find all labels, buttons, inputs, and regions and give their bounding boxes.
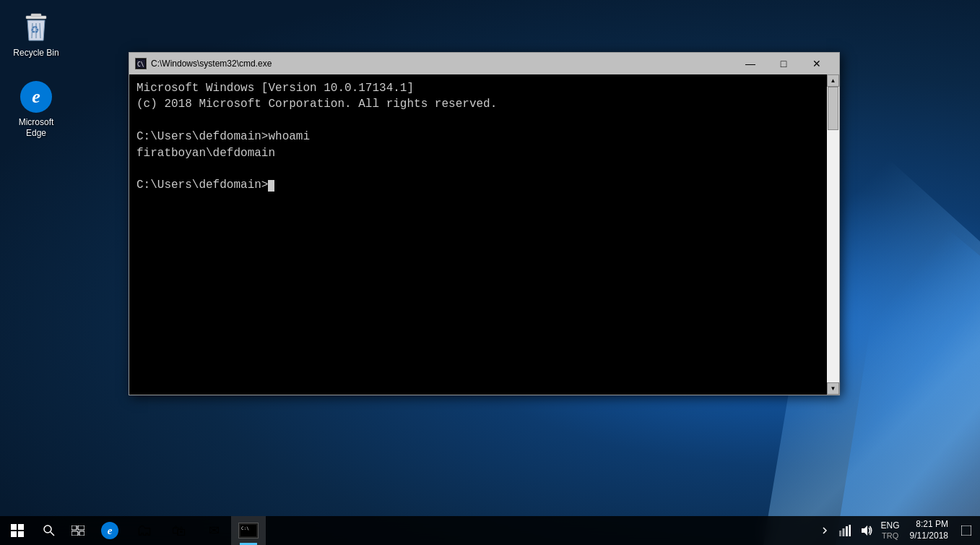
- mail-icon: ✉: [209, 523, 220, 538]
- cmd-titlebar[interactable]: C\ C:\Windows\system32\cmd.exe — □ ✕: [129, 53, 839, 74]
- cmd-icon-svg: C\: [136, 59, 145, 68]
- volume-icon[interactable]: [857, 516, 877, 545]
- cmd-line1: Microsoft Windows [Version 10.0.17134.1]: [136, 82, 414, 95]
- svg-rect-19: [961, 525, 971, 536]
- cmd-output: Microsoft Windows [Version 10.0.17134.1]…: [136, 80, 820, 194]
- start-square-4: [18, 531, 24, 537]
- taskbar-apps: e 🗂 🛍 ✉: [92, 516, 266, 545]
- chevron-icon: [822, 526, 828, 535]
- svg-rect-17: [849, 525, 851, 536]
- svg-rect-11: [78, 525, 84, 530]
- store-icon: 🛍: [172, 523, 186, 539]
- svg-rect-16: [846, 526, 848, 536]
- folder-icon: 🗂: [136, 521, 152, 540]
- svg-rect-1: [31, 14, 41, 17]
- search-icon: [43, 525, 55, 536]
- recycle-bin-label: Recycle Bin: [13, 48, 58, 59]
- edge-label: Microsoft Edge: [10, 117, 62, 140]
- start-button[interactable]: [0, 516, 35, 545]
- cmd-line2: (c) 2018 Microsoft Corporation. All righ…: [136, 98, 497, 111]
- notifications-icon: [961, 525, 971, 536]
- cmd-controls: — □ ✕: [734, 53, 833, 74]
- microsoft-edge-icon[interactable]: e Microsoft Edge: [7, 77, 65, 142]
- system-tray: ENG TRQ 8:21 PM 9/11/2018: [813, 516, 980, 545]
- cmd-content: Microsoft Windows [Version 10.0.17134.1]…: [129, 74, 839, 395]
- edge-image: e: [19, 80, 53, 114]
- start-icon: [11, 524, 24, 537]
- start-square-2: [18, 524, 24, 530]
- start-square-1: [11, 524, 17, 530]
- cmd-scrollbar[interactable]: ▲ ▼: [827, 74, 839, 395]
- svg-rect-13: [79, 531, 84, 536]
- recycle-bin-image: ♻: [19, 10, 53, 45]
- cmd-prompt: C:\Users\defdomain>: [136, 179, 268, 192]
- edge-logo: e: [20, 81, 52, 113]
- cmd-title-text: C:\Windows\system32\cmd.exe: [151, 59, 729, 69]
- svg-marker-18: [862, 525, 867, 536]
- start-square-3: [11, 531, 17, 537]
- svg-text:♻: ♻: [30, 24, 40, 35]
- clock[interactable]: 8:21 PM 9/11/2018: [904, 516, 954, 545]
- cmd-taskbar-icon-inner: [240, 525, 256, 536]
- taskbar-mail[interactable]: ✉: [196, 516, 231, 545]
- cmd-terminal[interactable]: Microsoft Windows [Version 10.0.17134.1]…: [129, 74, 827, 395]
- minimize-button[interactable]: —: [734, 53, 767, 74]
- show-hidden-icons-button[interactable]: [816, 516, 833, 545]
- taskbar-store[interactable]: 🛍: [162, 516, 196, 545]
- taskbar-cmd[interactable]: [231, 516, 266, 545]
- language-selector[interactable]: ENG TRQ: [878, 516, 903, 545]
- cmd-titlebar-icon: C\: [135, 58, 147, 69]
- clock-time: 8:21 PM: [916, 519, 948, 531]
- svg-rect-12: [71, 531, 78, 536]
- svg-rect-15: [842, 528, 844, 536]
- language-primary: ENG: [881, 520, 900, 531]
- cmd-taskbar-icon: [238, 523, 259, 538]
- scrollbar-track[interactable]: [827, 87, 839, 382]
- network-icon[interactable]: [835, 516, 855, 545]
- maximize-button[interactable]: □: [767, 53, 800, 74]
- edge-taskbar-icon: e: [101, 522, 118, 539]
- svg-rect-14: [839, 531, 841, 536]
- svg-rect-10: [71, 525, 77, 530]
- task-view-button[interactable]: [64, 516, 92, 545]
- notifications-button[interactable]: [955, 516, 977, 545]
- recycle-bin-svg: ♻: [20, 12, 52, 43]
- svg-text:C\: C\: [137, 61, 144, 68]
- task-view-icon: [71, 525, 84, 536]
- scroll-down-button[interactable]: ▼: [827, 382, 839, 395]
- network-svg-icon: [839, 525, 851, 536]
- cmd-cursor: [268, 180, 274, 192]
- svg-line-9: [51, 532, 54, 536]
- svg-point-8: [44, 525, 51, 533]
- taskbar-file-explorer[interactable]: 🗂: [127, 516, 162, 545]
- desktop-icons: ♻ Recycle Bin e Microsoft Edge: [7, 7, 65, 142]
- language-secondary: TRQ: [882, 531, 898, 541]
- cmd-window: C\ C:\Windows\system32\cmd.exe — □ ✕ Mic…: [129, 52, 840, 395]
- volume-svg-icon: [861, 525, 872, 536]
- taskbar: e 🗂 🛍 ✉: [0, 516, 980, 545]
- cmd-line5: firatboyan\defdomain: [136, 147, 275, 160]
- desktop: ♻ Recycle Bin e Microsoft Edge C\ C:\Win…: [0, 0, 980, 545]
- scrollbar-thumb[interactable]: [828, 87, 838, 130]
- search-button[interactable]: [35, 516, 64, 545]
- recycle-bin-icon[interactable]: ♻ Recycle Bin: [7, 7, 65, 62]
- close-button[interactable]: ✕: [800, 53, 833, 74]
- cmd-line4: C:\Users\defdomain>whoami: [136, 130, 310, 143]
- taskbar-edge[interactable]: e: [92, 516, 127, 545]
- clock-date: 9/11/2018: [910, 531, 948, 542]
- scroll-up-button[interactable]: ▲: [827, 74, 839, 87]
